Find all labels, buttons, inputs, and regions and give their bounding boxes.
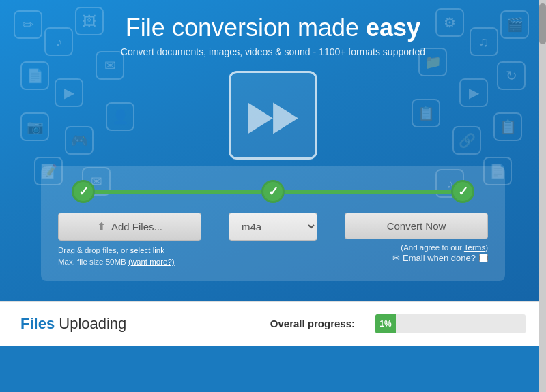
agree-end: ) (485, 243, 488, 252)
steps-progress: ✓ ✓ ✓ (58, 180, 488, 203)
agree-text: (And agree to our (401, 243, 464, 252)
controls-row: ⬆ Add Files... Drag & drop files, or sel… (58, 213, 488, 269)
converter-panel: ✓ ✓ ✓ ⬆ Add Files... Drag & drop files, … (41, 166, 505, 281)
step-line-2 (285, 190, 451, 194)
logo-arrows-icon: ▶▶ (248, 95, 298, 136)
select-link[interactable]: select link (130, 246, 164, 254)
progress-percent: 1% (379, 319, 391, 329)
step-1-circle: ✓ (72, 180, 95, 203)
terms-link[interactable]: Terms (464, 243, 485, 252)
max-size-text: Max. file size 50MB (58, 258, 128, 266)
drag-drop-text: Drag & drop files, or (58, 246, 130, 254)
want-more-link[interactable]: (want more?) (128, 258, 175, 266)
files-uploading-label: Files Uploading (20, 315, 126, 333)
add-files-label: Add Files... (111, 221, 162, 232)
scrollbar[interactable] (539, 0, 546, 392)
headline-conversion: conversion (172, 14, 291, 42)
add-files-section: ⬆ Add Files... Drag & drop files, or sel… (58, 213, 201, 269)
progress-bar-fill: 1% (375, 314, 396, 333)
progress-bar-container: 1% (375, 314, 526, 333)
email-row: ✉ Email when done? (392, 253, 488, 263)
main-headline: File conversion made easy (0, 14, 546, 42)
upload-icon: ⬆ (97, 220, 106, 233)
format-select[interactable]: m4a mp3 mp4 avi wav ogg flac aac pdf jpg (229, 213, 317, 241)
logo-box: ▶▶ (229, 71, 317, 160)
step-3-circle: ✓ (451, 180, 474, 203)
step-2-circle: ✓ (261, 180, 285, 203)
format-section: m4a mp3 mp4 avi wav ogg flac aac pdf jpg (201, 213, 345, 241)
file-info: Drag & drop files, or select link Max. f… (58, 245, 201, 269)
email-checkbox[interactable] (479, 254, 488, 262)
email-label: ✉ Email when done? (392, 253, 476, 263)
add-files-button[interactable]: ⬆ Add Files... (58, 213, 201, 241)
hero-section: ✏ ♪ 🖼 📄 ▶ ✉ 📷 🎮 👤 📝 ✉ 🎬 ♫ ⚙ ↻ ▶ 📁 📋 🔗 📋 … (0, 0, 546, 301)
subtitle: Convert documents, images, videos & soun… (0, 46, 546, 57)
bottom-section: Files Uploading Overall progress: 1% (0, 301, 546, 346)
convert-now-button[interactable]: Convert Now (345, 213, 488, 239)
convert-section: Convert Now (And agree to our Terms) ✉ E… (345, 213, 488, 263)
overall-progress-label: Overall progress: (270, 318, 355, 329)
step-line-1 (95, 190, 261, 194)
convert-info: (And agree to our Terms) (401, 243, 488, 252)
logo-container: ▶▶ (0, 71, 546, 160)
